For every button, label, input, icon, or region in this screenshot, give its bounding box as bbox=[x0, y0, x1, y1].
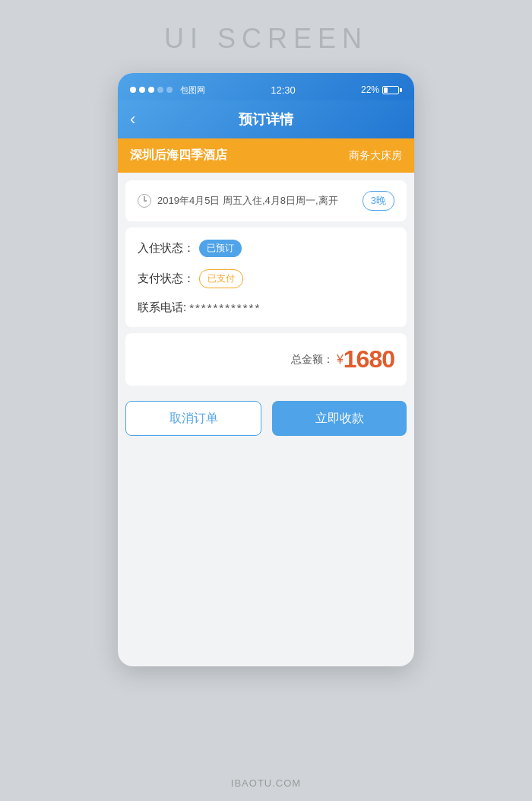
hotel-name: 深圳后海四季酒店 bbox=[130, 148, 227, 164]
total-section: 总金额： ¥ 1680 bbox=[125, 333, 407, 386]
battery-tip bbox=[400, 88, 402, 92]
bottom-watermark: IBAOTU.COM bbox=[231, 777, 301, 789]
nav-title: 预订详情 bbox=[239, 110, 293, 129]
status-right: 22% bbox=[361, 84, 402, 95]
signal-dot-3 bbox=[148, 87, 154, 93]
date-text: 2019年4月5日 周五入住,4月8日周一,离开 bbox=[157, 194, 338, 208]
battery-body bbox=[382, 86, 399, 94]
date-section: 2019年4月5日 周五入住,4月8日周一,离开 3晚 bbox=[125, 180, 407, 221]
battery-icon bbox=[382, 86, 402, 94]
phone-row: 联系电话: ************ bbox=[138, 300, 394, 315]
battery-fill bbox=[384, 87, 388, 93]
total-currency: ¥ bbox=[337, 353, 344, 367]
clock-icon bbox=[138, 194, 151, 208]
battery-percent: 22% bbox=[361, 84, 379, 95]
payment-label: 支付状态： bbox=[138, 272, 195, 286]
total-amount: 1680 bbox=[344, 345, 394, 373]
total-label: 总金额： bbox=[291, 353, 334, 367]
signal-dot-1 bbox=[130, 87, 136, 93]
checkin-row: 入住状态： 已预订 bbox=[138, 240, 394, 257]
nav-bar: ‹ 预订详情 bbox=[118, 100, 414, 138]
room-type: 商务大床房 bbox=[349, 149, 402, 163]
back-button[interactable]: ‹ bbox=[130, 110, 135, 129]
phone-label: 联系电话: bbox=[138, 300, 186, 315]
status-left: 包图网 bbox=[130, 84, 205, 96]
cancel-order-button[interactable]: 取消订单 bbox=[125, 401, 261, 436]
page-title: UI SCREEN bbox=[164, 23, 368, 55]
phone-value: ************ bbox=[189, 301, 261, 314]
payment-row: 支付状态： 已支付 bbox=[138, 269, 394, 288]
signal-dot-5 bbox=[166, 87, 173, 93]
hotel-banner: 深圳后海四季酒店 商务大床房 bbox=[118, 138, 414, 173]
carrier-text: 包图网 bbox=[180, 84, 205, 96]
checkin-status-badge: 已预订 bbox=[199, 240, 242, 257]
time-display: 12:30 bbox=[271, 84, 296, 96]
nights-badge: 3晚 bbox=[363, 191, 394, 211]
signal-dot-2 bbox=[139, 87, 145, 93]
signal-dot-4 bbox=[157, 87, 163, 93]
confirm-payment-button[interactable]: 立即收款 bbox=[272, 401, 407, 436]
status-bar: 包图网 12:30 22% bbox=[118, 73, 414, 100]
date-left: 2019年4月5日 周五入住,4月8日周一,离开 bbox=[138, 194, 338, 208]
info-section: 入住状态： 已预订 支付状态： 已支付 联系电话: ************ bbox=[125, 227, 407, 327]
checkin-label: 入住状态： bbox=[138, 241, 195, 256]
buttons-section: 取消订单 立即收款 bbox=[125, 401, 407, 436]
payment-status-badge: 已支付 bbox=[199, 269, 243, 288]
phone-frame: 包图网 12:30 22% ‹ 预订详情 深圳后海四季酒店 商务大床房 2019… bbox=[118, 73, 414, 666]
